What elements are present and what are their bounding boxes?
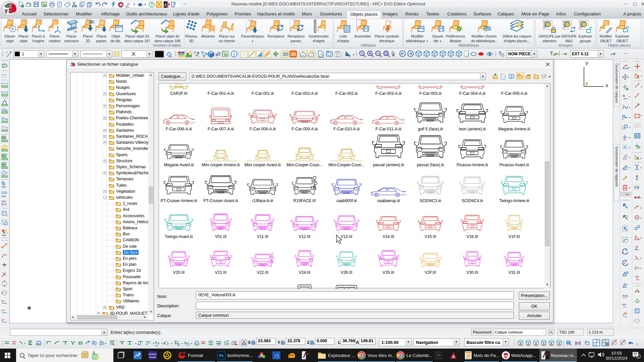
svg-text:Ps: Ps <box>219 354 223 358</box>
svg-text:10: 10 <box>112 343 115 346</box>
svg-text:?: ? <box>5 109 7 112</box>
svg-text:▾: ▾ <box>629 146 630 149</box>
svg-text:▾: ▾ <box>640 167 642 169</box>
svg-text:Z: Z <box>307 340 310 345</box>
svg-text:▾: ▾ <box>629 126 630 129</box>
svg-text:R: R <box>622 251 624 254</box>
svg-text:[m²]: [m²] <box>2 186 6 188</box>
svg-text:[m²]: [m²] <box>2 195 6 198</box>
svg-text:3D: 3D <box>291 52 296 57</box>
svg-text:[Pz³]: [Pz³] <box>2 203 6 206</box>
svg-text:▾: ▾ <box>640 217 642 219</box>
svg-text:90°: 90° <box>635 245 638 247</box>
svg-text:Taper ici pour rechercher: Taper ici pour rechercher <box>28 353 78 358</box>
svg-text:▾: ▾ <box>637 343 638 345</box>
svg-text:x: x <box>605 83 608 89</box>
svg-text:▾: ▾ <box>641 75 642 77</box>
svg-text:▾: ▾ <box>135 342 137 345</box>
svg-text:▾: ▾ <box>181 342 183 345</box>
svg-text:y: y <box>585 60 588 66</box>
svg-text:▾: ▾ <box>353 53 355 56</box>
svg-text:▾: ▾ <box>162 342 163 345</box>
svg-text:?: ? <box>5 101 7 104</box>
svg-text:Z?: Z? <box>1 318 5 321</box>
svg-text:◄►: ◄► <box>625 193 630 195</box>
svg-text:▾: ▾ <box>629 167 630 169</box>
svg-text:▾: ▾ <box>640 267 642 269</box>
svg-text:WMF: WMF <box>2 234 7 236</box>
svg-text:GoPro: GoPro <box>436 354 441 356</box>
svg-text:▾: ▾ <box>629 67 630 69</box>
svg-text:▾: ▾ <box>640 114 642 117</box>
svg-text:T: T <box>550 51 553 56</box>
svg-text:10:55: 10:55 <box>611 351 622 356</box>
svg-text:▾: ▾ <box>629 106 630 109</box>
svg-text:▾: ▾ <box>641 85 642 88</box>
svg-text:Foxmail: Foxmail <box>188 353 203 358</box>
svg-text:Nouveau m...: Nouveau m... <box>551 353 577 358</box>
svg-text:X?: X? <box>1 300 5 303</box>
svg-text:Vous êtes m...: Vous êtes m... <box>368 353 395 358</box>
svg-text:Mots de Pa...: Mots de Pa... <box>474 353 499 358</box>
svg-text:z: z <box>585 81 588 87</box>
svg-text:▾: ▾ <box>629 96 630 98</box>
svg-text:▾: ▾ <box>629 157 630 159</box>
svg-text:30/12/2024: 30/12/2024 <box>605 356 627 361</box>
svg-text:▾: ▾ <box>24 342 25 345</box>
svg-text:W: W <box>504 354 507 358</box>
svg-text:?: ? <box>6 154 8 157</box>
svg-text:m²: m² <box>2 136 5 139</box>
svg-text:?: ? <box>6 117 8 120</box>
svg-text:AAA: AAA <box>622 294 628 297</box>
svg-text:▾: ▾ <box>171 342 172 345</box>
svg-text:[m³]: [m³] <box>2 200 6 203</box>
svg-text:▾: ▾ <box>153 342 154 345</box>
svg-text:1: 1 <box>637 355 639 358</box>
svg-text:▾: ▾ <box>640 157 642 160</box>
svg-text:AA: AA <box>622 303 626 306</box>
svg-text:m²: m² <box>2 155 5 157</box>
svg-text:?: ? <box>6 126 8 129</box>
svg-text:X: X <box>248 340 251 345</box>
svg-text:▼: ▼ <box>144 3 147 6</box>
svg-text:▾: ▾ <box>237 344 238 346</box>
svg-text:▼: ▼ <box>548 75 550 78</box>
svg-text:WebAcapp...: WebAcapp... <box>511 353 536 358</box>
svg-text:?: ? <box>6 215 8 218</box>
svg-text:+: + <box>7 231 8 234</box>
svg-text:▾: ▾ <box>640 257 642 259</box>
svg-text:?: ? <box>151 3 153 7</box>
svg-text:Explorateur ...: Explorateur ... <box>328 353 355 358</box>
svg-text:i: i <box>233 52 235 57</box>
svg-text:▾: ▾ <box>640 237 642 239</box>
svg-text:PA: PA <box>623 138 626 141</box>
svg-text:Y: Y <box>277 340 280 345</box>
svg-text:?: ? <box>4 64 6 67</box>
svg-text:+ ?: + ? <box>2 76 6 79</box>
svg-text:L: L <box>338 340 341 345</box>
svg-text:▾: ▾ <box>105 342 107 345</box>
svg-text:amazon: amazon <box>149 353 157 355</box>
svg-text:?: ? <box>6 171 8 174</box>
svg-text:▼: ▼ <box>133 3 136 6</box>
svg-text:music: music <box>149 356 156 359</box>
svg-text:▾: ▾ <box>640 197 642 199</box>
svg-text:▾: ▾ <box>629 136 630 139</box>
svg-text:m³: m³ <box>2 163 5 166</box>
svg-text:▾: ▾ <box>191 342 192 345</box>
svg-text:bonhomme...: bonhomme... <box>227 353 253 358</box>
svg-text:▾: ▾ <box>640 207 642 209</box>
svg-text:▾: ▾ <box>629 116 630 119</box>
svg-text:▾: ▾ <box>629 187 630 189</box>
svg-text:A: A <box>452 355 455 359</box>
svg-text:2D: 2D <box>89 19 94 24</box>
svg-text:Y?: Y? <box>1 309 5 312</box>
svg-text:Le Colombi...: Le Colombi... <box>407 353 432 358</box>
svg-text:2D: 2D <box>283 52 288 57</box>
